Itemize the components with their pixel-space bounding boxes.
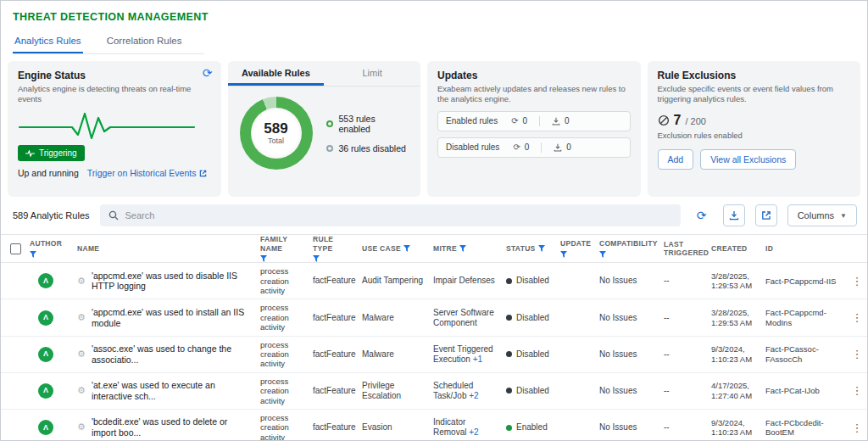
search-box[interactable]	[100, 204, 681, 226]
engine-status-text: Up and running	[18, 168, 79, 178]
filter-icon-mitre[interactable]	[459, 245, 466, 252]
column-header-ruleType[interactable]: RULE TYPE	[313, 235, 362, 262]
tab-available-rules[interactable]: Available Rules	[228, 61, 325, 86]
trigger-historical-link[interactable]: Trigger on Historical Events	[87, 168, 208, 178]
column-header-id[interactable]: ID	[765, 244, 847, 254]
rule-name[interactable]: 'bcdedit.exe' was used to delete or impo…	[92, 416, 253, 438]
row-menu-button[interactable]: ⋮	[847, 421, 867, 434]
row-menu-button[interactable]: ⋮	[847, 348, 867, 360]
page-title: THREAT DETECTION MANAGEMENT	[1, 1, 867, 23]
filter-icon-status[interactable]	[538, 245, 545, 252]
pulse-icon	[25, 150, 35, 157]
analytic-rules-count: 589 Analytic Rules	[13, 210, 90, 220]
last-triggered: --	[664, 382, 711, 399]
author-cell: Λ	[30, 270, 77, 292]
table-row[interactable]: Λ ⚙ 'appcmd.exe' was used to disable IIS…	[1, 263, 867, 299]
column-header-useCase[interactable]: USE CASE	[362, 244, 433, 254]
name-cell: ⚙ 'assoc.exe' was used to change the ass…	[77, 340, 260, 368]
engine-refresh-icon[interactable]: ⟳	[203, 67, 213, 79]
rule-id: Fact-PCat-IJob	[765, 382, 847, 399]
refresh-icon: ⟳	[511, 116, 518, 126]
table-row[interactable]: Λ ⚙ 'at.exe' was used to execute an inte…	[1, 373, 867, 410]
last-triggered: --	[664, 272, 711, 289]
tab-analytics-rules[interactable]: Analytics Rules	[13, 31, 83, 53]
last-triggered: --	[664, 310, 711, 327]
chevron-down-icon: ▼	[840, 212, 847, 220]
export-button[interactable]	[755, 204, 777, 226]
rule-name[interactable]: 'appcmd.exe' was used to install an IIS …	[92, 307, 253, 328]
table-row[interactable]: Λ ⚙ 'bcdedit.exe' was used to delete or …	[1, 410, 867, 441]
divider	[541, 142, 542, 153]
disabled-bullet-icon	[326, 145, 333, 152]
updates-refresh-count: 0	[525, 142, 530, 152]
table-row[interactable]: Λ ⚙ 'appcmd.exe' was used to install an …	[1, 299, 867, 336]
rule-name[interactable]: 'at.exe' was used to execute an interact…	[92, 380, 253, 401]
status: Disabled	[506, 272, 560, 289]
column-header-update[interactable]: UPDATE	[560, 239, 599, 258]
table-row[interactable]: Λ ⚙ 'assoc.exe' was used to change the a…	[1, 337, 867, 373]
rule-name[interactable]: 'appcmd.exe' was used to disable IIS HTT…	[92, 271, 253, 292]
status-dot-icon	[506, 315, 512, 321]
row-menu-button[interactable]: ⋮	[847, 384, 867, 397]
status-dot-icon	[506, 278, 512, 284]
column-header-family[interactable]: FAMILY NAME	[260, 235, 313, 262]
triggering-badge[interactable]: Triggering	[18, 145, 85, 161]
author-cell: Λ	[30, 380, 77, 402]
legend-enabled-label: 553 rules enabled	[339, 114, 409, 134]
filter-icon-author[interactable]	[30, 251, 36, 258]
row-menu-button[interactable]: ⋮	[847, 311, 867, 324]
import-button[interactable]	[723, 204, 745, 226]
mitre-more-link[interactable]: +1	[473, 354, 482, 364]
status-dot-icon	[506, 351, 512, 357]
external-link-icon	[199, 170, 207, 177]
refresh-table-button[interactable]: ⟳	[691, 204, 713, 226]
exabeam-avatar-icon: Λ	[38, 420, 53, 435]
available-rules-card: Available Rules Limit 589 Total 553 rule…	[228, 61, 421, 197]
column-header-name[interactable]: NAME	[77, 244, 260, 254]
tab-correlation-rules[interactable]: Correlation Rules	[105, 31, 184, 53]
search-input[interactable]	[125, 210, 672, 220]
column-header-lastTriggered[interactable]: LAST TRIGGERED	[664, 240, 711, 258]
filter-icon-useCase[interactable]	[403, 245, 410, 252]
rule-name[interactable]: 'assoc.exe' was used to change the assoc…	[92, 343, 253, 365]
column-header-created[interactable]: CREATED	[711, 244, 765, 254]
gear-icon: ⚙	[77, 421, 86, 433]
tab-limit[interactable]: Limit	[324, 61, 420, 86]
column-header-author[interactable]: AUTHOR	[30, 239, 77, 258]
view-all-exclusions-button[interactable]: View all Exclusions	[700, 149, 796, 170]
column-header-mitre[interactable]: MITRE	[433, 244, 506, 254]
column-header-compatibility[interactable]: COMPATIBILITY	[599, 239, 664, 258]
created: 3/28/2025, 1:29:53 AM	[711, 268, 765, 294]
filter-icon-update[interactable]	[560, 251, 567, 258]
use-case: Audit Tampering	[362, 272, 433, 289]
use-case: Privilege Escalation	[362, 377, 433, 405]
rule-id: Fact-PCappcmd-ModIns	[765, 304, 847, 331]
add-exclusion-button[interactable]: Add	[658, 149, 694, 170]
mitre-more-link[interactable]: +2	[469, 391, 478, 400]
rules-total-value: 589	[264, 121, 287, 137]
mitre-more-link[interactable]: +2	[469, 427, 478, 437]
download-icon	[729, 210, 739, 220]
columns-button[interactable]: Columns ▼	[787, 204, 857, 226]
select-all-cell	[1, 243, 30, 254]
filter-icon-compatibility[interactable]	[599, 251, 606, 258]
name-cell: ⚙ 'bcdedit.exe' was used to delete or im…	[77, 413, 260, 441]
last-triggered: --	[664, 346, 711, 363]
family-name: process creation activity	[260, 373, 313, 409]
column-header-status[interactable]: STATUS	[506, 244, 560, 254]
engine-status-card: ⟳ Engine Status Analytics engine is dete…	[8, 61, 221, 197]
update	[560, 388, 599, 394]
table-toolbar: 589 Analytic Rules ⟳ Columns ▼	[1, 197, 867, 234]
summary-cards: ⟳ Engine Status Analytics engine is dete…	[8, 61, 860, 197]
rule-exclusions-subtitle: Exclude specific events or event field v…	[658, 84, 851, 105]
updates-row-label: Enabled rules	[446, 116, 498, 126]
enabled-bullet-icon	[326, 120, 333, 127]
select-all-checkbox[interactable]	[10, 243, 21, 254]
rule-type: factFeature	[313, 310, 362, 327]
filter-icon-ruleType[interactable]	[313, 255, 320, 262]
row-menu-button[interactable]: ⋮	[847, 275, 867, 287]
filter-icon-family[interactable]	[260, 255, 267, 262]
created: 9/3/2024, 1:10:23 AM	[711, 341, 765, 367]
family-name: process creation activity	[260, 299, 313, 335]
status: Disabled	[506, 310, 560, 327]
